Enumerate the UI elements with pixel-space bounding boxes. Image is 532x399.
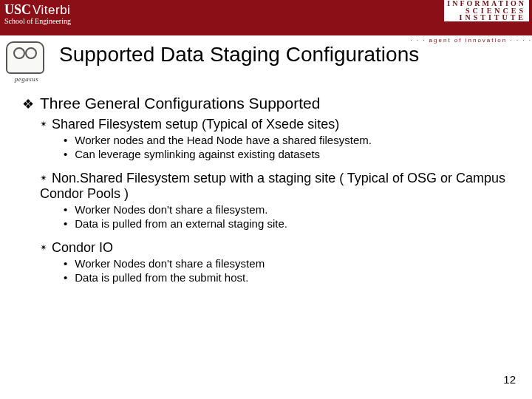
isi-line3: INSTITUTE (447, 14, 526, 21)
slide-content: Three General Configurations Supported S… (22, 95, 510, 294)
page-number: 12 (503, 373, 516, 386)
list-item: Can leverage symlinking against existing… (64, 148, 510, 160)
slide-title: Supported Data Staging Configurations (59, 43, 419, 66)
pegasus-icon (6, 41, 44, 74)
pegasus-label: pegasus (6, 75, 47, 83)
isi-logo: INFORMATION SCIENCES INSTITUTE (444, 0, 529, 21)
list-item: Data is pulled from an external staging … (64, 217, 510, 230)
bullet-list: Worker Nodes don't share a filesystem Da… (64, 257, 510, 284)
list-item: Data is pulled from the submit host. (64, 271, 510, 284)
section-heading: Non.Shared Filesystem setup with a stagi… (40, 171, 510, 202)
usc-viterbi-logo: USCViterbi School of Engineering (4, 3, 71, 25)
pegasus-logo: pegasus (6, 41, 47, 86)
bullet-list: Worker Nodes don't share a filesystem. D… (64, 203, 510, 230)
usc-text: USC (4, 2, 31, 17)
section-heading: Condor IO (40, 240, 510, 256)
viterbi-text: Viterbi (33, 3, 70, 17)
section-heading: Shared Filesystem setup (Typical of Xsed… (40, 117, 510, 132)
list-item: Worker nodes and the Head Node have a sh… (64, 134, 510, 146)
school-text: School of Engineering (4, 18, 71, 25)
list-item: Worker Nodes don't share a filesystem (64, 257, 510, 270)
tagline-dots: · · · agent of innovation · · · · (410, 37, 532, 44)
bullet-list: Worker nodes and the Head Node have a sh… (64, 134, 510, 160)
list-item: Worker Nodes don't share a filesystem. (64, 203, 510, 216)
header-bar: USCViterbi School of Engineering INFORMA… (0, 0, 532, 35)
main-heading: Three General Configurations Supported (22, 95, 510, 112)
